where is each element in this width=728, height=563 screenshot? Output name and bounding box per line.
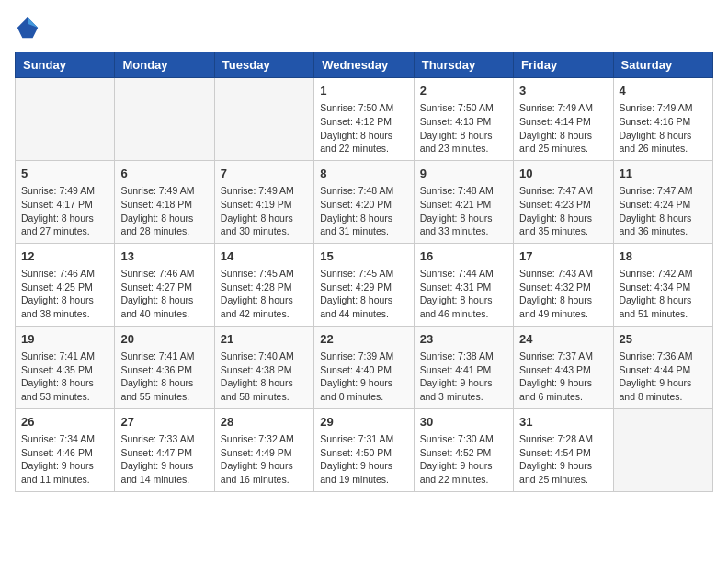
day-info: Sunset: 4:25 PM — [21, 281, 108, 294]
day-info: Daylight: 9 hours and 19 minutes. — [320, 459, 407, 486]
day-info: Sunset: 4:27 PM — [120, 281, 208, 294]
day-number: 10 — [519, 166, 607, 182]
day-number: 27 — [120, 414, 208, 431]
calendar-cell: 1Sunrise: 7:50 AMSunset: 4:12 PMDaylight… — [314, 78, 414, 161]
weekday-header-tuesday: Tuesday — [214, 52, 313, 78]
weekday-header-row: SundayMondayTuesdayWednesdayThursdayFrid… — [16, 52, 713, 78]
day-number: 6 — [120, 166, 208, 182]
day-info: Daylight: 8 hours and 53 minutes. — [21, 376, 108, 403]
calendar-cell: 17Sunrise: 7:43 AMSunset: 4:32 PMDayligh… — [514, 243, 613, 326]
calendar-cell: 4Sunrise: 7:49 AMSunset: 4:16 PMDaylight… — [613, 78, 712, 161]
day-info: Sunrise: 7:49 AM — [21, 184, 108, 198]
day-number: 12 — [21, 248, 108, 265]
day-info: Daylight: 8 hours and 23 minutes. — [420, 129, 507, 155]
day-info: Sunrise: 7:49 AM — [120, 184, 208, 198]
day-info: Sunrise: 7:48 AM — [420, 184, 507, 198]
day-number: 24 — [519, 331, 607, 348]
day-info: Sunset: 4:46 PM — [21, 446, 108, 460]
calendar-week-4: 26Sunrise: 7:34 AMSunset: 4:46 PMDayligh… — [16, 408, 713, 491]
day-info: Sunrise: 7:49 AM — [221, 184, 308, 198]
day-info: Sunrise: 7:43 AM — [519, 267, 607, 281]
day-info: Daylight: 8 hours and 40 minutes. — [120, 293, 208, 320]
day-info: Daylight: 9 hours and 25 minutes. — [519, 459, 607, 486]
day-info: Sunrise: 7:47 AM — [519, 184, 607, 198]
day-info: Daylight: 8 hours and 49 minutes. — [519, 293, 607, 320]
day-info: Sunrise: 7:49 AM — [620, 101, 707, 115]
day-info: Sunrise: 7:28 AM — [519, 432, 607, 446]
calendar-cell: 21Sunrise: 7:40 AMSunset: 4:38 PMDayligh… — [214, 326, 313, 408]
calendar-week-3: 19Sunrise: 7:41 AMSunset: 4:35 PMDayligh… — [16, 326, 713, 408]
day-info: Sunrise: 7:46 AM — [21, 267, 108, 281]
day-info: Sunset: 4:41 PM — [420, 363, 507, 377]
day-info: Sunrise: 7:34 AM — [21, 432, 108, 446]
calendar-cell: 2Sunrise: 7:50 AMSunset: 4:13 PMDaylight… — [414, 78, 513, 161]
day-info: Sunset: 4:18 PM — [120, 198, 208, 212]
calendar-table: SundayMondayTuesdayWednesdayThursdayFrid… — [15, 52, 713, 492]
calendar-cell: 30Sunrise: 7:30 AMSunset: 4:52 PMDayligh… — [414, 408, 513, 491]
day-info: Sunrise: 7:31 AM — [320, 432, 407, 446]
day-info: Daylight: 8 hours and 33 minutes. — [420, 212, 507, 238]
day-info: Daylight: 8 hours and 27 minutes. — [21, 212, 108, 238]
day-info: Sunrise: 7:44 AM — [420, 267, 507, 281]
calendar-cell: 23Sunrise: 7:38 AMSunset: 4:41 PMDayligh… — [414, 326, 513, 408]
day-info: Sunset: 4:29 PM — [320, 281, 407, 294]
calendar-cell: 8Sunrise: 7:48 AMSunset: 4:20 PMDaylight… — [314, 160, 414, 243]
day-info: Sunset: 4:38 PM — [221, 363, 308, 377]
day-info: Sunset: 4:40 PM — [320, 363, 407, 377]
day-info: Sunrise: 7:33 AM — [120, 432, 208, 446]
day-info: Daylight: 9 hours and 11 minutes. — [21, 459, 108, 486]
day-info: Sunrise: 7:32 AM — [221, 432, 308, 446]
header — [15, 15, 713, 40]
day-info: Sunset: 4:14 PM — [519, 115, 607, 129]
day-info: Sunrise: 7:50 AM — [320, 101, 407, 115]
day-number: 8 — [320, 166, 407, 182]
day-number: 28 — [221, 414, 308, 431]
calendar-cell: 19Sunrise: 7:41 AMSunset: 4:35 PMDayligh… — [16, 326, 115, 408]
day-info: Sunset: 4:19 PM — [221, 198, 308, 212]
calendar-week-2: 12Sunrise: 7:46 AMSunset: 4:25 PMDayligh… — [16, 243, 713, 326]
day-number: 26 — [21, 414, 108, 431]
calendar-cell: 7Sunrise: 7:49 AMSunset: 4:19 PMDaylight… — [214, 160, 313, 243]
day-number: 15 — [320, 248, 407, 265]
calendar-cell — [16, 78, 115, 161]
day-number: 25 — [620, 331, 707, 348]
weekday-header-wednesday: Wednesday — [314, 52, 414, 78]
day-number: 7 — [221, 166, 308, 182]
day-info: Sunset: 4:43 PM — [519, 363, 607, 377]
day-number: 11 — [620, 166, 707, 182]
day-info: Daylight: 9 hours and 14 minutes. — [120, 459, 208, 486]
weekday-header-friday: Friday — [514, 52, 613, 78]
calendar-cell: 24Sunrise: 7:37 AMSunset: 4:43 PMDayligh… — [514, 326, 613, 408]
day-info: Daylight: 8 hours and 26 minutes. — [620, 129, 707, 155]
day-info: Daylight: 8 hours and 35 minutes. — [519, 212, 607, 238]
day-info: Daylight: 8 hours and 30 minutes. — [221, 212, 308, 238]
day-info: Daylight: 8 hours and 36 minutes. — [620, 212, 707, 238]
day-info: Sunset: 4:49 PM — [221, 446, 308, 460]
day-info: Daylight: 8 hours and 22 minutes. — [320, 129, 407, 155]
day-info: Sunset: 4:31 PM — [420, 281, 507, 294]
calendar-cell: 18Sunrise: 7:42 AMSunset: 4:34 PMDayligh… — [613, 243, 712, 326]
day-info: Daylight: 9 hours and 22 minutes. — [420, 459, 507, 486]
day-info: Sunrise: 7:46 AM — [120, 267, 208, 281]
day-info: Sunrise: 7:50 AM — [420, 101, 507, 115]
day-info: Sunset: 4:47 PM — [120, 446, 208, 460]
day-info: Daylight: 8 hours and 55 minutes. — [120, 376, 208, 403]
calendar-cell: 3Sunrise: 7:49 AMSunset: 4:14 PMDaylight… — [514, 78, 613, 161]
day-info: Daylight: 8 hours and 51 minutes. — [620, 293, 707, 320]
day-number: 4 — [620, 83, 707, 99]
day-number: 14 — [221, 248, 308, 265]
day-number: 22 — [320, 331, 407, 348]
day-info: Daylight: 8 hours and 44 minutes. — [320, 293, 407, 320]
day-info: Sunset: 4:20 PM — [320, 198, 407, 212]
day-info: Sunrise: 7:41 AM — [21, 350, 108, 363]
calendar-cell: 15Sunrise: 7:45 AMSunset: 4:29 PMDayligh… — [314, 243, 414, 326]
day-info: Sunrise: 7:39 AM — [320, 350, 407, 363]
day-info: Sunset: 4:16 PM — [620, 115, 707, 129]
calendar-cell: 31Sunrise: 7:28 AMSunset: 4:54 PMDayligh… — [514, 408, 613, 491]
day-info: Sunset: 4:50 PM — [320, 446, 407, 460]
day-info: Sunrise: 7:37 AM — [519, 350, 607, 363]
day-info: Sunset: 4:52 PM — [420, 446, 507, 460]
day-info: Sunset: 4:21 PM — [420, 198, 507, 212]
day-info: Sunrise: 7:42 AM — [620, 267, 707, 281]
calendar-cell: 9Sunrise: 7:48 AMSunset: 4:21 PMDaylight… — [414, 160, 513, 243]
